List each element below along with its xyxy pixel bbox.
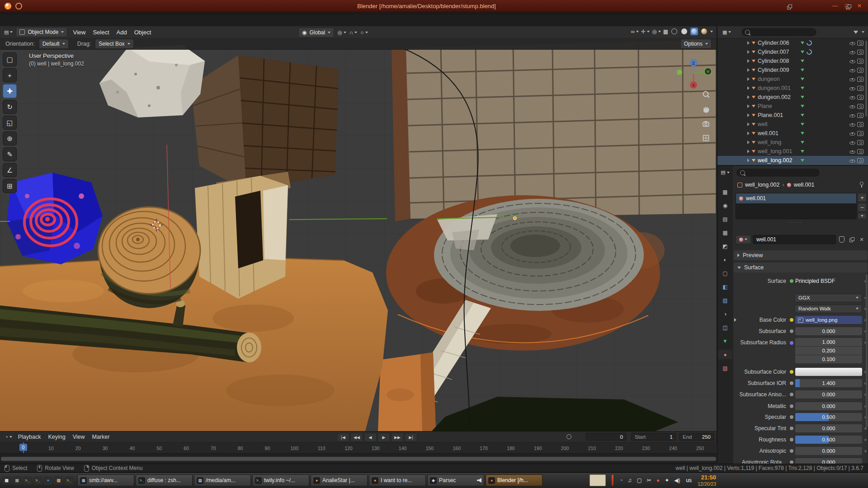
outliner-editor-icon[interactable]: ▦ (721, 29, 732, 35)
expand-icon[interactable] (747, 113, 750, 117)
object-name[interactable]: well_long.002 (758, 157, 798, 164)
metallic-field[interactable]: 0.000 (795, 402, 862, 410)
object-name[interactable]: Cylinder.009 (758, 67, 798, 73)
material-slot-row[interactable]: well.001 (736, 193, 856, 203)
expand-icon[interactable] (747, 104, 750, 108)
render-visibility-icon[interactable] (857, 158, 863, 163)
value-socket-icon[interactable] (790, 381, 793, 385)
properties-tab[interactable]: ◐ (718, 255, 732, 264)
editor-type-icon[interactable]: ▤ (3, 29, 14, 35)
clock[interactable]: 21:50 12/20/23 (698, 474, 716, 487)
tool-button[interactable]: ✎ (3, 147, 17, 161)
hide-eye-icon[interactable] (849, 68, 855, 73)
properties-tab[interactable]: ◩ (718, 241, 732, 251)
hide-eye-icon[interactable] (849, 95, 855, 100)
outliner-row[interactable]: well (717, 120, 868, 129)
object-name[interactable]: dungeon (758, 76, 798, 82)
properties-tab[interactable]: ▤ (718, 214, 732, 224)
render-visibility-icon[interactable] (857, 140, 863, 145)
outliner-row[interactable]: Cylinder.009 (717, 66, 868, 75)
window-button[interactable]: ● Blender [/h... (486, 474, 542, 486)
auto-keying-icon[interactable] (566, 434, 571, 439)
outliner-scrollbar[interactable] (865, 41, 867, 117)
shading-solid-button[interactable] (680, 28, 688, 35)
value-socket-icon[interactable] (790, 393, 793, 396)
hide-eye-icon[interactable] (849, 131, 855, 136)
hide-eye-icon[interactable] (849, 113, 855, 118)
value-socket-icon[interactable] (790, 427, 793, 430)
window-menu-icon[interactable] (15, 3, 22, 9)
orientation-dropdown[interactable]: Default (39, 39, 69, 49)
object-name[interactable]: Cylinder.006 (758, 40, 798, 46)
timeline-menu-item[interactable]: Marker (89, 434, 113, 440)
add-slot-button[interactable]: + (858, 193, 867, 202)
crate-object[interactable] (191, 55, 339, 191)
expand-icon[interactable] (747, 159, 750, 162)
viewport-menu-item[interactable]: View (69, 29, 89, 36)
outliner-row[interactable]: well_long.001 (717, 147, 868, 156)
timeline-menu-item[interactable]: Keying (44, 434, 69, 440)
expand-icon[interactable] (747, 131, 750, 135)
outliner-row[interactable]: dungeon.001 (717, 84, 868, 93)
anisotropic-field[interactable]: 0.000 (795, 447, 862, 455)
timeline-editor-icon[interactable]: ◔ (4, 434, 14, 440)
shading-dropdown-icon[interactable] (710, 31, 713, 33)
launcher-icon[interactable]: >_ (65, 476, 73, 485)
decorator-dot[interactable] (864, 439, 867, 441)
timeline-menu-item[interactable]: Playback (14, 434, 45, 440)
xray-toggle[interactable]: ▩ (663, 28, 668, 35)
hide-eye-icon[interactable] (849, 50, 855, 55)
pivot-point-dropdown[interactable]: ◎ (337, 29, 346, 36)
object-name[interactable]: well.001 (758, 130, 798, 136)
filter-dropdown-icon[interactable] (862, 31, 864, 33)
navigation-gizmo[interactable]: Z Y X (675, 56, 712, 92)
material-slot-list[interactable]: well.001 (736, 193, 857, 219)
value-socket-icon[interactable] (790, 449, 793, 453)
shading-wireframe-button[interactable] (670, 28, 678, 35)
radius-y-field[interactable]: 0.200 (795, 347, 862, 355)
tray-icon[interactable]: ♫ (627, 477, 632, 483)
outliner-row[interactable]: Cylinder.008 (717, 56, 868, 66)
properties-tab[interactable]: ▩ (718, 187, 732, 197)
gizmo-y-neg[interactable] (677, 70, 682, 75)
properties-tab[interactable]: ◫ (718, 323, 732, 332)
object-name[interactable]: Plane.001 (758, 112, 798, 118)
hide-eye-icon[interactable] (849, 86, 855, 91)
vector-socket-icon[interactable] (790, 341, 793, 345)
launcher-icon[interactable]: ● (44, 476, 52, 485)
pan-hand-icon[interactable] (702, 105, 711, 114)
stump-object[interactable] (98, 207, 200, 308)
distribution-dropdown[interactable]: GGX (795, 294, 862, 302)
subsurface-anisotropy-field[interactable]: 0.000 (795, 390, 862, 399)
window-button[interactable]: >_ diffuse : zsh... (136, 474, 193, 486)
value-socket-icon[interactable] (790, 415, 793, 419)
launcher-icon[interactable]: ▦ (2, 476, 11, 485)
base-color-image-field[interactable]: well_long.png (795, 316, 862, 324)
options-dropdown[interactable]: Options (680, 39, 712, 49)
playback-button[interactable]: ▶| (405, 433, 417, 442)
playback-button[interactable]: ▶▶ (391, 433, 404, 442)
hide-eye-icon[interactable] (849, 77, 855, 82)
properties-scrollbar[interactable] (866, 274, 868, 428)
list-resize-grip[interactable]: ····· (736, 220, 856, 225)
properties-editor-icon[interactable]: ▤ (719, 169, 731, 175)
tray-icon[interactable]: ● (656, 477, 660, 483)
expand-icon[interactable] (734, 318, 736, 322)
pin-icon[interactable] (859, 182, 863, 188)
properties-tab[interactable]: ▨ (718, 296, 732, 305)
radius-z-field[interactable]: 0.100 (795, 355, 862, 363)
render-visibility-icon[interactable] (857, 122, 863, 127)
expand-icon[interactable] (747, 86, 750, 90)
proportional-editing-toggle[interactable]: ○ (360, 29, 368, 36)
snap-magnet-toggle[interactable]: ∩ (349, 29, 358, 36)
tool-button[interactable]: ◱ (3, 116, 17, 130)
render-visibility-icon[interactable] (857, 131, 863, 136)
close-button[interactable]: ✕ (855, 3, 863, 9)
specular-tint-field[interactable]: 0.000 (795, 424, 862, 432)
timeline-ruler[interactable]: 0102030405060708090100110120130140150160… (0, 442, 717, 453)
tray-icon[interactable]: ✦ (665, 477, 669, 483)
subsurface-ior-field[interactable]: 1.400 (795, 379, 862, 387)
window-titlebar[interactable]: Blender [/home/amalie/Desktop/blender/st… (0, 0, 868, 12)
window-button[interactable]: ● I want to re... (369, 474, 426, 486)
properties-tab[interactable]: ▧ (718, 363, 732, 373)
